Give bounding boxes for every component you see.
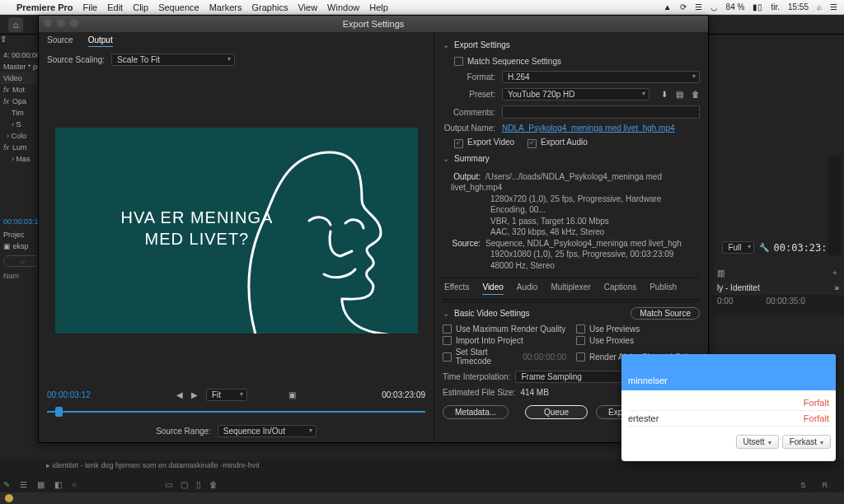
output-name-link[interactable]: NDLA_Psykolog4_meninga med livet_hgh.mp4 xyxy=(502,124,675,133)
use-previews-checkbox[interactable] xyxy=(576,324,585,334)
next-frame-icon[interactable]: ▶ xyxy=(191,390,198,399)
battery-icon[interactable]: ▮▯ xyxy=(753,2,762,12)
source-scaling-dropdown[interactable]: Scale To Fit xyxy=(111,54,235,66)
zoom-fit-dropdown[interactable]: Fit xyxy=(206,389,247,401)
menu-help[interactable]: Help xyxy=(369,2,388,12)
save-preset-icon[interactable]: ⬇ xyxy=(661,90,668,99)
dialog-title: Export Settings xyxy=(343,19,405,29)
tab-source[interactable]: Source xyxy=(47,35,73,47)
match-sequence-checkbox[interactable] xyxy=(454,57,463,66)
share-icon[interactable]: ⇪ xyxy=(0,35,7,44)
menu-sequence[interactable]: Sequence xyxy=(158,2,199,12)
export-video-label: Export Video xyxy=(467,138,514,147)
start-timecode-checkbox[interactable] xyxy=(443,352,452,362)
subtab-audio[interactable]: Audio xyxy=(517,282,538,295)
close-window-icon[interactable] xyxy=(44,19,52,27)
clock-day: tir. xyxy=(771,2,780,12)
queue-button[interactable]: Queue xyxy=(525,405,588,419)
reminders-notification: minnelser Forfalt ertesterForfalt Utsett… xyxy=(621,354,836,461)
vpn-icon[interactable]: ▲ xyxy=(663,2,672,12)
export-settings-section[interactable]: Export Settings xyxy=(443,40,700,49)
subtab-multiplexer[interactable]: Multiplexer xyxy=(551,282,590,295)
subtab-captions[interactable]: Captions xyxy=(604,282,636,295)
clock-time: 15:55 xyxy=(788,2,809,12)
basic-video-section[interactable]: Basic Video Settings xyxy=(443,309,530,318)
menu-graphics[interactable]: Graphics xyxy=(251,2,288,12)
export-audio-checkbox[interactable] xyxy=(528,139,537,148)
export-audio-label: Export Audio xyxy=(541,138,588,147)
out-timecode[interactable]: 00:03:23:09 xyxy=(382,390,425,399)
use-proxies-label: Use Proxies xyxy=(589,336,634,345)
import-preset-icon[interactable]: ▤ xyxy=(676,90,683,99)
subtab-effects[interactable]: Effects xyxy=(444,282,469,295)
export-video-checkbox[interactable] xyxy=(454,139,463,148)
clear-icon[interactable]: ▯ xyxy=(196,480,201,489)
start-timecode-value: 00:00:00:00 xyxy=(523,352,566,362)
freeform-view-icon[interactable]: ◧ xyxy=(54,480,62,489)
settings-wrench-icon[interactable]: 🔧 xyxy=(759,243,769,252)
app-name[interactable]: Premiere Pro xyxy=(16,2,73,12)
summary-source-2: 1920x1080 (1,0), 25 fps, Progressive, 00… xyxy=(451,249,700,260)
menu-markers[interactable]: Markers xyxy=(209,2,242,12)
new-item-icon[interactable]: ▢ xyxy=(181,480,188,489)
comments-input[interactable] xyxy=(502,105,700,119)
menu-edit[interactable]: Edit xyxy=(107,2,123,12)
menu-clip[interactable]: Clip xyxy=(133,2,148,12)
minimize-window-icon[interactable] xyxy=(57,19,65,27)
home-button[interactable]: ⌂ xyxy=(8,17,23,32)
timeline-ruler[interactable]: 0:00 00:00:35:0 xyxy=(712,295,844,315)
menu-view[interactable]: View xyxy=(298,2,317,12)
pen-tool-icon[interactable]: ✎ xyxy=(3,480,10,489)
menu-window[interactable]: Window xyxy=(327,2,359,12)
control-center-icon[interactable]: ☰ xyxy=(830,2,837,12)
subtab-video[interactable]: Video xyxy=(482,282,503,295)
match-source-button[interactable]: Match Source xyxy=(631,307,700,320)
reminder-item-1[interactable]: ertester xyxy=(628,413,659,423)
sync-icon[interactable]: ⟳ xyxy=(680,2,687,12)
dismiss-button[interactable]: Forkast xyxy=(782,435,831,449)
summary-section[interactable]: Summary xyxy=(443,154,700,163)
prev-frame-icon[interactable]: ◀ xyxy=(176,390,183,399)
metadata-button[interactable]: Metadata... xyxy=(443,405,509,419)
in-timecode[interactable]: 00:00:03:12 xyxy=(47,390,91,399)
zoom-window-icon[interactable] xyxy=(70,19,78,27)
format-dropdown[interactable]: H.264 xyxy=(502,71,700,83)
timeline-icon[interactable]: ▥ xyxy=(717,268,724,278)
preset-dropdown[interactable]: YouTube 720p HD xyxy=(502,88,649,100)
stats-icon[interactable]: ☰ xyxy=(695,2,702,12)
subtab-publish[interactable]: Publish xyxy=(649,282,677,295)
new-bin-icon[interactable]: ▭ xyxy=(165,480,172,489)
add-marker-icon[interactable]: ＋ xyxy=(831,267,839,278)
project-search[interactable]: ⌕ xyxy=(3,255,41,267)
aspect-ratio-icon[interactable]: ▣ xyxy=(288,390,296,399)
list-view-icon[interactable]: ☰ xyxy=(20,480,27,489)
source-scaling-label: Source Scaling: xyxy=(47,55,105,64)
mac-menubar: Premiere Pro File Edit Clip Sequence Mar… xyxy=(0,0,844,15)
sequence-tab[interactable]: ly - Identitet xyxy=(717,283,760,292)
summary-source-3: 48000 Hz, Stereo xyxy=(451,260,700,272)
menu-file[interactable]: File xyxy=(82,2,97,12)
time-interpolation-dropdown[interactable]: Frame Sampling xyxy=(515,371,631,383)
use-proxies-checkbox[interactable] xyxy=(576,336,585,345)
source-range-dropdown[interactable]: Sequence In/Out xyxy=(218,425,316,437)
import-project-label: Import Into Project xyxy=(456,336,523,345)
import-project-checkbox[interactable] xyxy=(443,336,452,345)
preview-scrubber[interactable] xyxy=(47,403,425,419)
snooze-button[interactable]: Utsett xyxy=(736,435,779,449)
wifi-icon[interactable]: ◡ xyxy=(710,2,718,12)
zoom-slider-icon[interactable]: ○ xyxy=(72,480,77,489)
delete-preset-icon[interactable]: 🗑 xyxy=(692,90,700,99)
max-render-checkbox[interactable] xyxy=(443,324,452,334)
playback-resolution-dropdown[interactable]: Full xyxy=(722,241,753,254)
tab-output[interactable]: Output xyxy=(88,35,113,47)
channel-s: S xyxy=(800,481,805,489)
dialog-titlebar[interactable]: Export Settings xyxy=(39,16,708,32)
warning-icon[interactable] xyxy=(5,494,13,502)
icon-view-icon[interactable]: ▦ xyxy=(37,480,45,489)
trash-icon[interactable]: 🗑 xyxy=(209,480,218,489)
panel-menu-icon[interactable]: » xyxy=(834,283,839,292)
render-alpha-checkbox[interactable] xyxy=(576,352,585,362)
audio-meter xyxy=(828,156,841,255)
preset-label: Preset: xyxy=(443,90,502,99)
spotlight-icon[interactable]: ⌕ xyxy=(817,2,822,12)
